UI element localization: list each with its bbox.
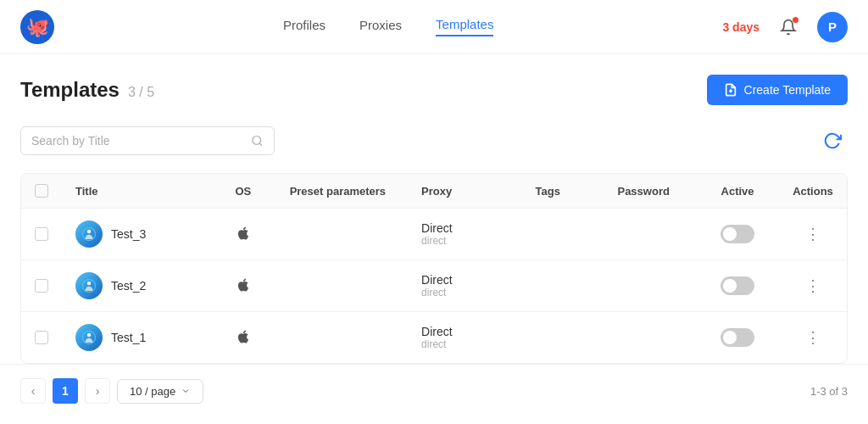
svg-point-7 — [87, 282, 92, 286]
row-active-cell-1 — [696, 260, 779, 312]
row-active-cell-2 — [696, 312, 779, 364]
row-title-1: Test_2 — [111, 279, 146, 293]
refresh-icon — [823, 131, 842, 150]
row-os-cell-2 — [210, 312, 276, 364]
row-proxy-cell-1: Direct direct — [408, 260, 521, 312]
row-title-cell-2: Test_1 — [62, 312, 210, 364]
template-icon-0 — [75, 220, 103, 248]
proxy-main-0: Direct — [421, 221, 508, 235]
page-count: 3 / 5 — [128, 85, 154, 100]
prev-page-button[interactable]: ‹ — [20, 378, 46, 404]
nav-profiles[interactable]: Profiles — [283, 18, 326, 36]
main-nav: Profiles Proxies Templates — [283, 17, 493, 36]
next-page-button[interactable]: › — [85, 378, 110, 404]
row-checkbox-2[interactable] — [35, 331, 48, 344]
apple-icon-0 — [236, 226, 251, 241]
page-title: Templates — [20, 78, 120, 102]
row-preset-cell-1 — [276, 260, 408, 312]
row-password-cell-1 — [604, 260, 696, 312]
user-avatar[interactable]: P — [817, 12, 848, 42]
row-title-2: Test_1 — [111, 331, 146, 344]
col-title: Title — [62, 174, 210, 209]
table-header-row: Title OS Preset parameters Proxy Tags Pa… — [21, 174, 847, 209]
row-checkbox-0[interactable] — [35, 227, 48, 241]
page-title-group: Templates 3 / 5 — [20, 78, 154, 102]
col-tags: Tags — [522, 174, 604, 209]
col-actions: Actions — [779, 174, 847, 209]
row-tags-cell-2 — [522, 312, 604, 364]
row-actions-cell-0: ⋮ — [779, 209, 847, 260]
search-row — [20, 126, 848, 156]
row-actions-button-2[interactable]: ⋮ — [798, 325, 827, 350]
create-template-button[interactable]: Create Template — [707, 75, 848, 105]
row-password-cell-0 — [604, 209, 696, 260]
row-tags-cell-0 — [522, 209, 604, 260]
table-row: Test_1 Direct direct — [21, 312, 847, 364]
svg-point-4 — [253, 136, 261, 144]
row-os-cell-0 — [210, 209, 276, 260]
header-right: 3 days P — [722, 12, 848, 42]
row-active-cell-0 — [696, 209, 779, 260]
footer: ‹ 1 › 10 / page 1-3 of 3 — [0, 364, 868, 417]
row-checkbox-cell — [21, 209, 62, 260]
table-row: Test_3 Direct direct — [21, 209, 847, 260]
col-active: Active — [696, 174, 779, 209]
proxy-main-1: Direct — [421, 273, 508, 287]
page-size-label: 10 / page — [130, 385, 175, 398]
proxy-sub-0: direct — [421, 235, 508, 247]
apple-icon-1 — [236, 277, 251, 293]
page-title-row: Templates 3 / 5 Create Template — [20, 75, 848, 105]
page-info: 1-3 of 3 — [810, 385, 848, 398]
search-box — [20, 126, 275, 155]
create-template-label: Create Template — [744, 83, 831, 97]
row-proxy-cell-0: Direct direct — [408, 209, 521, 260]
col-password: Password — [604, 174, 696, 209]
row-actions-cell-2: ⋮ — [779, 312, 847, 364]
row-preset-cell-0 — [276, 209, 408, 260]
row-title-0: Test_3 — [111, 227, 146, 241]
svg-point-5 — [87, 230, 92, 234]
toggle-slider-0 — [721, 225, 754, 243]
row-checkbox-cell — [21, 260, 62, 312]
page-1-button[interactable]: 1 — [53, 378, 78, 404]
apple-icon-2 — [236, 329, 251, 344]
page-size-selector[interactable]: 10 / page — [117, 379, 203, 404]
col-preset: Preset parameters — [276, 174, 408, 209]
row-title-cell-0: Test_3 — [62, 209, 210, 260]
select-all-checkbox[interactable] — [35, 184, 48, 198]
row-proxy-cell-2: Direct direct — [408, 312, 521, 364]
row-os-cell-1 — [210, 260, 276, 312]
notification-dot — [793, 17, 798, 23]
proxy-main-2: Direct — [421, 325, 508, 338]
active-toggle-1[interactable] — [721, 276, 754, 295]
templates-table: Title OS Preset parameters Proxy Tags Pa… — [20, 173, 848, 364]
toggle-slider-1 — [721, 276, 754, 295]
template-icon-2 — [75, 324, 103, 351]
active-toggle-0[interactable] — [721, 225, 754, 243]
row-actions-button-0[interactable]: ⋮ — [798, 221, 827, 247]
select-all-header — [21, 174, 62, 209]
header: 🐙 Profiles Proxies Templates 3 days P — [0, 0, 868, 54]
chevron-down-icon — [181, 386, 191, 396]
refresh-button[interactable] — [817, 126, 848, 156]
notifications-button[interactable] — [773, 12, 804, 42]
col-os: OS — [210, 174, 276, 209]
nav-templates[interactable]: Templates — [436, 17, 493, 36]
svg-point-9 — [87, 333, 92, 338]
row-checkbox-cell — [21, 312, 62, 364]
nav-proxies[interactable]: Proxies — [359, 18, 402, 36]
row-preset-cell-2 — [276, 312, 408, 364]
row-tags-cell-1 — [522, 260, 604, 312]
file-icon — [724, 83, 737, 97]
row-checkbox-1[interactable] — [35, 279, 48, 293]
row-actions-button-1[interactable]: ⋮ — [798, 273, 827, 298]
svg-text:🐙: 🐙 — [26, 15, 50, 38]
search-icon — [251, 134, 264, 148]
search-input[interactable] — [31, 134, 244, 148]
proxy-sub-1: direct — [421, 287, 508, 298]
pagination: ‹ 1 › 10 / page — [20, 378, 203, 404]
active-toggle-2[interactable] — [721, 328, 754, 347]
row-title-cell-1: Test_2 — [62, 260, 210, 312]
days-badge: 3 days — [722, 20, 760, 34]
logo: 🐙 — [20, 10, 54, 44]
